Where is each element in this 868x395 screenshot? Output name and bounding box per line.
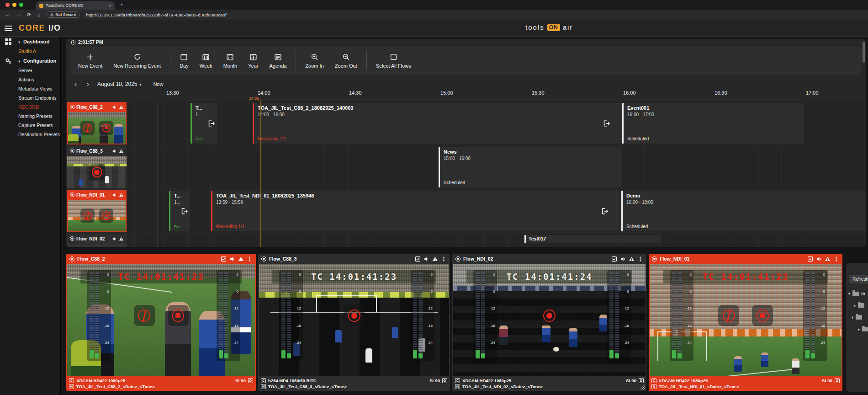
start-recording-button[interactable] [344,305,365,326]
minimize-window-button[interactable] [12,3,16,7]
video-monitor[interactable]: TC 14:01:41:24 0-6-12-18-24 0-6-12-18-24 [453,264,646,376]
kebab-menu-icon[interactable] [637,256,643,262]
export-icon[interactable] [601,207,609,215]
view-agenda-button[interactable]: Agenda [264,53,292,69]
speaker-icon[interactable] [423,256,429,262]
sidebar-item-actions[interactable]: Actions [0,75,60,84]
kebab-menu-icon[interactable] [441,256,447,262]
select-all-flows-button[interactable]: Select All Flows [370,53,417,69]
refresh-button[interactable]: Refresh [849,275,868,283]
calendar-scrollbar[interactable] [863,42,865,63]
video-monitor[interactable]: TC 14:01:41:23 0-6-12-18-24 0-6-12-18-24 [650,264,842,376]
security-badge[interactable]: ⚠ Not Secure [46,11,80,18]
flow-header-ndi-02[interactable]: Flow_NDI_02 [67,234,127,247]
new-event-button[interactable]: New Event [73,53,108,69]
home-icon[interactable]: ⌂ [37,12,40,17]
start-recording-button[interactable] [89,164,105,181]
tree-item[interactable]: ▸ [854,303,864,308]
flow-header-ndi-01[interactable]: Flow_NDI_01 [67,190,127,232]
kebab-menu-icon[interactable] [247,256,253,262]
stop-recording-button[interactable] [752,305,773,326]
speaker-icon[interactable] [816,256,822,262]
split-recording-button[interactable] [80,121,95,135]
split-recording-button[interactable] [134,305,155,326]
window-controls[interactable] [5,3,23,7]
chevron-right-icon[interactable]: ▸ [858,327,860,331]
export-icon[interactable] [207,119,215,127]
chevron-right-icon[interactable]: ▸ [854,304,856,308]
browser-tab[interactable]: ToolsOnAir CORE I/O × [36,1,115,10]
calendar-event[interactable]: Demo 16:00 - 18:00 Scheduled [621,191,865,231]
stop-recording-button[interactable] [99,208,113,223]
address-input[interactable]: http://10.39.1.39/dashboard/a25618b7-af7… [86,12,227,17]
stop-recording-button[interactable] [99,121,113,135]
close-window-button[interactable] [5,3,10,7]
timeline-track[interactable]: News 15:00 - 16:00 Scheduled [127,146,865,188]
export-icon[interactable] [180,207,188,215]
calendar-event[interactable]: TOA_JIL_Test_NDI_01_18082025_135946 13:5… [211,191,619,231]
stop-recording-button[interactable] [168,305,189,326]
date-picker[interactable]: August 18, 2025▾ [97,81,141,87]
calendar-event[interactable]: T... 1... Rec [169,191,190,231]
view-day-button[interactable]: Day [174,53,194,69]
video-monitor[interactable]: TC 14:01:41:23 0-6-12-18-24 0-6-12-18-24 [259,264,449,376]
tab-close-icon[interactable]: × [109,3,111,8]
view-week-button[interactable]: Week [194,53,218,69]
flow-thumbnail[interactable] [67,244,127,247]
zoom-out-button[interactable]: Zoom Out [329,53,363,69]
sidebar-item-destination-presets[interactable]: Destination Presets [0,130,60,139]
video-monitor[interactable]: TC 14:01:41:23 0-6-12-18-24 0-6-12-18-24 [67,264,255,376]
flow-thumbnail[interactable] [68,200,126,231]
speaker-icon[interactable] [229,256,235,262]
sidebar-item-metadata-views[interactable]: Metadata Views [0,84,60,93]
flow-header-c88-2[interactable]: Flow_C88_2 [67,102,127,144]
sidebar-item-stream-endpoints[interactable]: Stream Endpoints [0,93,60,102]
monitor-header[interactable]: Flow_NDI_01 [649,254,842,264]
sidebar-item-record[interactable]: RECORD [0,102,60,112]
zoom-window-button[interactable] [19,3,23,7]
new-recurring-event-button[interactable]: New Recurring Event [108,53,166,69]
tree-item[interactable]: ▾ m [848,291,865,296]
view-year-button[interactable]: Year [243,53,264,69]
calendar-event[interactable]: News 15:00 - 16:00 Scheduled [439,147,621,187]
timeline-track[interactable]: Test017 [127,234,865,247]
calendar-event[interactable]: T... 1... Rec [191,103,217,144]
calendar-event[interactable]: Test017 [524,235,662,243]
select-checkbox-icon[interactable] [415,256,421,262]
chevron-down-icon[interactable]: ▾ [848,292,850,296]
back-icon[interactable]: ← [5,12,10,17]
flow-header-c88-3[interactable]: Flow_C88_3 [67,146,127,188]
flow-thumbnail[interactable] [67,156,127,188]
calendar-event[interactable]: Event001 16:00 - 17:00 Scheduled [622,103,804,144]
export-icon[interactable] [603,119,610,127]
sidebar-item-studio-a[interactable]: Studio A [0,47,60,56]
sidebar-item-dashboard[interactable]: ▾ Dashboard [0,37,60,47]
monitor-header[interactable]: Flow_C88_3 [258,254,450,264]
tree-item[interactable]: ▸ [858,327,868,331]
split-recording-button[interactable] [718,305,739,326]
start-recording-button[interactable] [539,305,560,326]
sidebar-item-configuration[interactable]: ▾ Configuration [0,56,60,66]
menu-icon[interactable] [5,26,12,31]
calendar-event[interactable]: TOA_JIL_Test_C88_2_18082025_140003 14:00… [253,103,621,144]
sidebar-item-capture-presets[interactable]: Capture Presets [0,121,60,130]
now-button[interactable]: Now [153,81,163,87]
timeline-track[interactable]: T... 1... Rec TOA_JIL_Test_NDI_01_180820… [127,190,865,232]
select-checkbox-icon[interactable] [221,256,227,262]
view-month-button[interactable]: Month [218,53,243,69]
chevron-down-icon[interactable]: ▾ [852,315,853,320]
select-checkbox-icon[interactable] [807,256,813,262]
tree-item[interactable]: ▾ [852,315,862,320]
next-day-button[interactable]: › [85,80,91,88]
prev-day-button[interactable]: ‹ [73,80,79,88]
sidebar-item-server[interactable]: Server [0,66,60,75]
monitor-header[interactable]: Flow_NDI_02 [452,254,646,264]
split-recording-button[interactable] [80,208,95,223]
forward-icon[interactable]: → [16,12,21,17]
flow-thumbnail[interactable] [68,112,126,144]
speaker-icon[interactable] [620,256,626,262]
select-checkbox-icon[interactable] [611,256,617,262]
reload-icon[interactable]: ⟳ [27,12,31,18]
kebab-menu-icon[interactable] [833,256,839,262]
new-tab-button[interactable]: + [120,2,123,10]
